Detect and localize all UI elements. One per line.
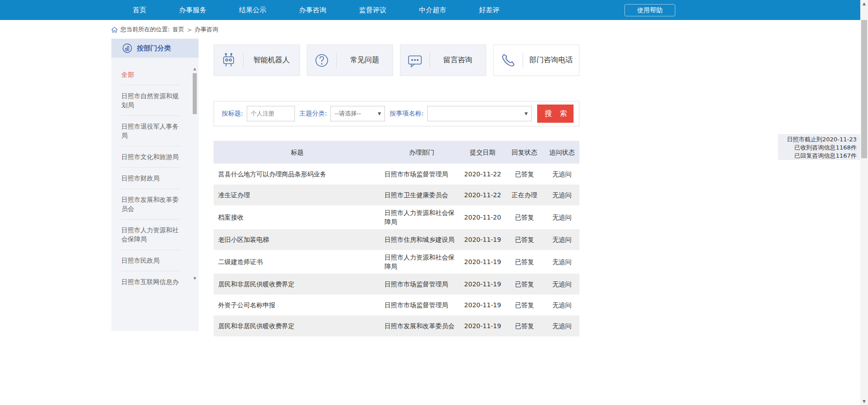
breadcrumb-home-link[interactable]: 首页 [172, 25, 184, 34]
home-icon [111, 27, 118, 33]
row-title[interactable]: 莒县什么地方可以办理商品条形码业务 [214, 164, 383, 185]
sidebar-scroll-down-icon[interactable]: ▼ [192, 275, 197, 282]
header-department: 办理部门 [383, 141, 461, 164]
card-faq[interactable]: 常见问题 [307, 45, 393, 76]
header-followup-status: 追问状态 [544, 141, 579, 164]
sidebar-scroll-up-icon[interactable]: ▲ [192, 66, 197, 72]
row-title[interactable]: 外资子公司名称申报 [214, 295, 383, 315]
category-select-value: --请选择-- [334, 110, 361, 118]
table-row[interactable]: 老旧小区加装电梯日照市住房和城乡建设局2020-11-19已答复无追问 [214, 229, 579, 250]
row-department: 日照市市场监督管理局 [383, 164, 461, 185]
row-title[interactable]: 二级建造师证书 [214, 250, 383, 274]
row-date: 2020-11-19 [461, 315, 504, 336]
table-row[interactable]: 居民和非居民供暖收费界定日照市发展和改革委员会2020-11-19已答复无追问 [214, 315, 579, 336]
row-reply-status: 已答复 [504, 274, 544, 295]
table-row[interactable]: 外资子公司名称申报日照市市场监督管理局2020-11-19已答复无追问 [214, 295, 579, 315]
stats-line-received: 已收到咨询信息1168件 [781, 144, 857, 152]
item-name-select[interactable]: ▼ [427, 106, 532, 121]
row-followup-status: 无追问 [544, 274, 579, 295]
nav-item-agency-market[interactable]: 中介超市 [403, 0, 463, 20]
sidebar-scrollbar-thumb[interactable] [193, 73, 197, 114]
robot-icon [214, 52, 243, 69]
table-row[interactable]: 二级建造师证书日照市人力资源和社会保障局2020-11-19已答复无追问 [214, 250, 579, 274]
stats-tooltip: 日照市截止到2020-11-23 已收到咨询信息1168件 已回复咨询信息116… [778, 134, 860, 160]
card-label: 部门咨询电话 [523, 55, 579, 65]
nav-item-results[interactable]: 结果公示 [223, 0, 283, 20]
table-body: 莒县什么地方可以办理商品条形码业务日照市市场监督管理局2020-11-22已答复… [214, 164, 579, 336]
page-scrollbar: ▲ ▼ [860, 0, 868, 405]
search-panel: 按标题: 主题分类: --请选择-- ▼ 按事项名称: ▼ 搜 索 [214, 101, 579, 126]
card-label: 智能机器人 [244, 55, 299, 65]
row-title[interactable]: 居民和非居民供暖收费界定 [214, 274, 383, 295]
table-row[interactable]: 档案接收日照市人力资源和社会保障局2020-11-20已答复无追问 [214, 205, 579, 229]
row-followup-status: 无追问 [544, 315, 579, 336]
card-label: 常见问题 [337, 55, 393, 65]
phone-icon [494, 53, 523, 68]
row-title[interactable]: 居民和非居民供暖收费界定 [214, 315, 383, 336]
row-date: 2020-11-22 [461, 185, 504, 205]
row-title[interactable]: 老旧小区加装电梯 [214, 229, 383, 250]
page-scroll-up-icon[interactable]: ▲ [860, 0, 868, 7]
card-leave-message[interactable]: 留言咨询 [400, 45, 486, 76]
category-icon [122, 43, 132, 53]
title-filter-label: 按标题: [222, 110, 243, 118]
breadcrumb-current: 办事咨询 [195, 25, 218, 34]
row-followup-status: 无追问 [544, 229, 579, 250]
category-filter-label: 主题分类: [299, 110, 327, 118]
top-navigation-bar: 首页 办事服务 结果公示 办事咨询 监督评议 中介超市 好差评 使用帮助 [0, 0, 868, 20]
sidebar-scrollbar: ▲ ▼ [192, 66, 197, 282]
question-icon [307, 52, 336, 69]
row-date: 2020-11-22 [461, 164, 504, 185]
row-followup-status: 无追问 [544, 250, 579, 274]
nav-item-rating[interactable]: 好差评 [463, 0, 516, 20]
chevron-down-icon: ▼ [524, 111, 528, 116]
sidebar-item-civil-affairs[interactable]: 日照市民政局 [121, 250, 180, 271]
row-title[interactable]: 档案接收 [214, 205, 383, 229]
page-scroll-down-icon[interactable]: ▼ [860, 398, 868, 405]
sidebar-item-development-reform[interactable]: 日照市发展和改革委员会 [121, 189, 180, 220]
row-department: 日照市人力资源和社会保障局 [383, 205, 461, 229]
sidebar-item-finance[interactable]: 日照市财政局 [121, 168, 180, 189]
page-scrollbar-thumb[interactable] [861, 20, 867, 158]
sidebar-title: 按部门分类 [137, 44, 171, 53]
table-row[interactable]: 居民和非居民供暖收费界定日照市市场监督管理局2020-11-19已答复无追问 [214, 274, 579, 295]
header-reply-status: 回复状态 [504, 141, 544, 164]
row-date: 2020-11-19 [461, 295, 504, 315]
card-smart-robot[interactable]: 智能机器人 [214, 45, 300, 76]
stats-line-replied: 已回复咨询信息1167件 [781, 152, 857, 160]
row-date: 2020-11-20 [461, 205, 504, 229]
sidebar-item-all[interactable]: 全部 [121, 64, 180, 85]
row-department: 日照市市场监督管理局 [383, 295, 461, 315]
row-department: 日照市住房和城乡建设局 [383, 229, 461, 250]
row-date: 2020-11-19 [461, 274, 504, 295]
nav-item-services[interactable]: 办事服务 [163, 0, 223, 20]
table-header-row: 标题 办理部门 提交日期 回复状态 追问状态 [214, 141, 579, 164]
sidebar-item-internet-info[interactable]: 日照市互联网信息办 [121, 271, 180, 292]
card-label: 留言咨询 [430, 55, 486, 65]
row-reply-status: 已答复 [504, 164, 544, 185]
row-reply-status: 已答复 [504, 229, 544, 250]
nav-menu: 首页 办事服务 结果公示 办事咨询 监督评议 中介超市 好差评 [116, 0, 516, 20]
header-title: 标题 [214, 141, 383, 164]
category-select[interactable]: --请选择-- ▼ [330, 106, 385, 121]
sidebar-item-human-resources[interactable]: 日照市人力资源和社会保障局 [121, 220, 180, 250]
search-button[interactable]: 搜 索 [537, 105, 574, 123]
table-row[interactable]: 准生证办理日照市卫生健康委员会2020-11-22正在办理无追问 [214, 185, 579, 205]
breadcrumb-separator: > [187, 26, 192, 33]
quick-link-cards: 智能机器人 常见问题 留言咨询 [214, 45, 579, 76]
nav-item-supervision[interactable]: 监督评议 [343, 0, 403, 20]
card-phone-consult[interactable]: 部门咨询电话 [493, 45, 579, 76]
help-button[interactable]: 使用帮助 [624, 4, 675, 16]
row-department: 日照市卫生健康委员会 [383, 185, 461, 205]
row-title[interactable]: 准生证办理 [214, 185, 383, 205]
sidebar-item-natural-resources[interactable]: 日照市自然资源和规划局 [121, 85, 180, 116]
row-department: 日照市发展和改革委员会 [383, 315, 461, 336]
department-list: 全部 日照市自然资源和规划局 日照市退役军人事务局 日照市文化和旅游局 日照市财… [111, 58, 199, 292]
sidebar-item-veterans[interactable]: 日照市退役军人事务局 [121, 116, 180, 146]
nav-item-consultation[interactable]: 办事咨询 [283, 0, 343, 20]
nav-item-home[interactable]: 首页 [116, 0, 163, 20]
title-search-input[interactable] [247, 106, 295, 121]
table-row[interactable]: 莒县什么地方可以办理商品条形码业务日照市市场监督管理局2020-11-22已答复… [214, 164, 579, 185]
sidebar-item-culture-tourism[interactable]: 日照市文化和旅游局 [121, 146, 180, 168]
row-reply-status: 已答复 [504, 315, 544, 336]
